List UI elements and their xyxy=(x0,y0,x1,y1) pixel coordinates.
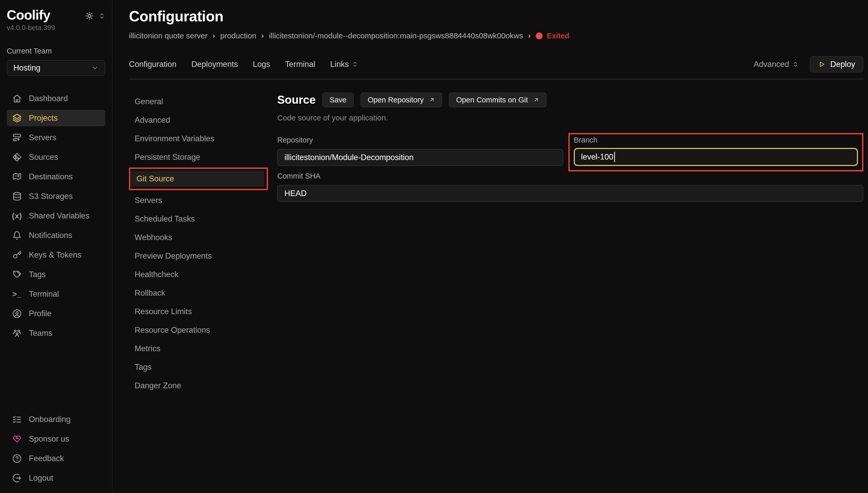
external-link-icon xyxy=(429,97,435,103)
sidebar-item-terminal[interactable]: >_ Terminal xyxy=(7,286,105,302)
commit-sha-input[interactable] xyxy=(277,185,863,202)
subnav-item-rollback[interactable]: Rollback xyxy=(129,284,268,302)
advanced-dropdown[interactable]: Advanced xyxy=(754,60,799,69)
tab-logs[interactable]: Logs xyxy=(253,60,270,69)
sidebar-item-label: Notifications xyxy=(29,231,72,240)
subnav-item-servers[interactable]: Servers xyxy=(129,191,268,210)
annotation-box-git-source: Git Source xyxy=(129,168,268,190)
subnav-item-healthcheck[interactable]: Healthcheck xyxy=(129,265,268,284)
breadcrumb-environment[interactable]: production xyxy=(220,31,256,40)
key-icon xyxy=(12,250,22,260)
team-select[interactable]: Hosting xyxy=(7,60,105,76)
sidebar-item-tags[interactable]: Tags xyxy=(7,266,105,283)
tab-deployments[interactable]: Deployments xyxy=(191,60,238,69)
bell-icon xyxy=(12,231,22,240)
branch-input[interactable]: level-100 xyxy=(574,148,858,166)
subnav-item-metrics[interactable]: Metrics xyxy=(129,339,268,358)
save-button[interactable]: Save xyxy=(322,92,354,107)
branch-label: Branch xyxy=(574,136,858,144)
sidebar-item-label: Dashboard xyxy=(29,94,68,103)
sidebar-item-label: Projects xyxy=(29,113,58,123)
subnav-item-general[interactable]: General xyxy=(129,92,268,111)
sidebar-item-logout[interactable]: Logout xyxy=(7,470,105,486)
sidebar-item-label: Feedback xyxy=(29,454,64,463)
subnav-item-preview-deployments[interactable]: Preview Deployments xyxy=(129,247,268,265)
deploy-button[interactable]: Deploy xyxy=(810,56,864,72)
save-label: Save xyxy=(330,96,346,104)
tabs-actions: Advanced Deploy xyxy=(754,56,863,72)
sun-icon[interactable] xyxy=(85,12,93,20)
database-icon xyxy=(12,192,22,201)
tab-links-label: Links xyxy=(330,60,349,69)
teams-icon xyxy=(12,328,22,338)
repository-label: Repository xyxy=(277,136,563,144)
open-commits-button[interactable]: Open Commits on Git xyxy=(449,92,547,107)
help-circle-icon xyxy=(12,454,22,463)
subnav-item-webhooks[interactable]: Webhooks xyxy=(129,228,268,247)
sidebar-item-projects[interactable]: Projects xyxy=(7,110,105,126)
sidebar-header: Coolify v4.0.0-beta.399 xyxy=(7,8,105,32)
subnav-item-scheduled-tasks[interactable]: Scheduled Tasks xyxy=(129,210,268,228)
team-select-value: Hosting xyxy=(14,63,40,72)
sidebar-item-teams[interactable]: Teams xyxy=(7,325,105,341)
server-icon xyxy=(12,133,22,142)
subnav-item-resource-limits[interactable]: Resource Limits xyxy=(129,302,268,321)
breadcrumb-separator: › xyxy=(528,31,531,40)
chevron-down-icon xyxy=(91,64,99,71)
subnav-item-git-source[interactable]: Git Source xyxy=(131,171,264,187)
terminal-icon: >_ xyxy=(12,290,22,299)
settings-subnav: General Advanced Environment Variables P… xyxy=(129,92,268,493)
sidebar-item-dashboard[interactable]: Dashboard xyxy=(7,90,105,107)
status-dot-icon xyxy=(536,33,543,39)
subnav-item-tags[interactable]: Tags xyxy=(129,358,268,377)
breadcrumb-resource[interactable]: illicitestonion/-module--decomposition:m… xyxy=(269,31,523,40)
source-description: Code source of your application. xyxy=(277,113,863,122)
external-link-icon xyxy=(533,97,539,103)
open-repository-button[interactable]: Open Repository xyxy=(360,92,442,107)
status-label: Exited xyxy=(547,31,569,40)
sidebar-item-s3-storages[interactable]: S3 Storages xyxy=(7,188,105,205)
sidebar-item-servers[interactable]: Servers xyxy=(7,129,105,146)
play-icon xyxy=(818,61,825,68)
variables-icon: (x) xyxy=(12,212,22,220)
profile-icon xyxy=(12,309,22,318)
subnav-item-persistent-storage[interactable]: Persistent Storage xyxy=(129,148,268,167)
deploy-label: Deploy xyxy=(830,60,855,69)
sidebar-item-profile[interactable]: Profile xyxy=(7,305,105,322)
layers-icon xyxy=(12,113,22,123)
tab-terminal[interactable]: Terminal xyxy=(285,60,315,69)
commit-sha-field: Commit SHA xyxy=(277,172,863,202)
sidebar-footer: Onboarding Sponsor us Feedback Logout xyxy=(7,411,105,488)
subnav-item-advanced[interactable]: Advanced xyxy=(129,111,268,129)
logout-icon xyxy=(12,473,22,483)
tabs-bar: Configuration Deployments Logs Terminal … xyxy=(129,56,863,72)
checklist-icon xyxy=(12,415,22,424)
sidebar-item-label: Onboarding xyxy=(29,415,70,424)
sidebar-item-shared-variables[interactable]: (x) Shared Variables xyxy=(7,208,105,224)
status-badge: Exited xyxy=(536,31,569,40)
sidebar-item-label: Shared Variables xyxy=(29,211,90,220)
app-logo: Coolify xyxy=(7,8,55,22)
sidebar: Coolify v4.0.0-beta.399 Current Team Hos… xyxy=(0,0,112,493)
tab-configuration[interactable]: Configuration xyxy=(129,60,176,69)
sidebar-item-notifications[interactable]: Notifications xyxy=(7,227,105,244)
sidebar-item-label: Sponsor us xyxy=(29,434,69,444)
sidebar-item-label: Keys & Tokens xyxy=(29,250,81,260)
current-team-label: Current Team xyxy=(7,47,105,55)
sidebar-item-keys-tokens[interactable]: Keys & Tokens xyxy=(7,247,105,263)
sidebar-item-sources[interactable]: Sources xyxy=(7,149,105,166)
subnav-item-environment-variables[interactable]: Environment Variables xyxy=(129,129,268,148)
breadcrumb-project[interactable]: illicitonion quote server xyxy=(129,31,208,40)
repository-input[interactable] xyxy=(277,149,563,166)
subnav-item-danger-zone[interactable]: Danger Zone xyxy=(129,377,268,395)
sidebar-item-sponsor-us[interactable]: Sponsor us xyxy=(7,431,105,447)
subnav-item-resource-operations[interactable]: Resource Operations xyxy=(129,321,268,339)
configuration-content: General Advanced Environment Variables P… xyxy=(129,92,863,493)
tab-links[interactable]: Links xyxy=(330,60,358,69)
breadcrumb-separator: › xyxy=(261,31,264,40)
sidebar-item-onboarding[interactable]: Onboarding xyxy=(7,411,105,428)
sidebar-item-destinations[interactable]: Destinations xyxy=(7,169,105,185)
repo-branch-row: Repository Branch level-100 xyxy=(277,133,863,171)
sidebar-item-feedback[interactable]: Feedback xyxy=(7,450,105,467)
chevrons-up-down-icon[interactable] xyxy=(99,13,105,19)
